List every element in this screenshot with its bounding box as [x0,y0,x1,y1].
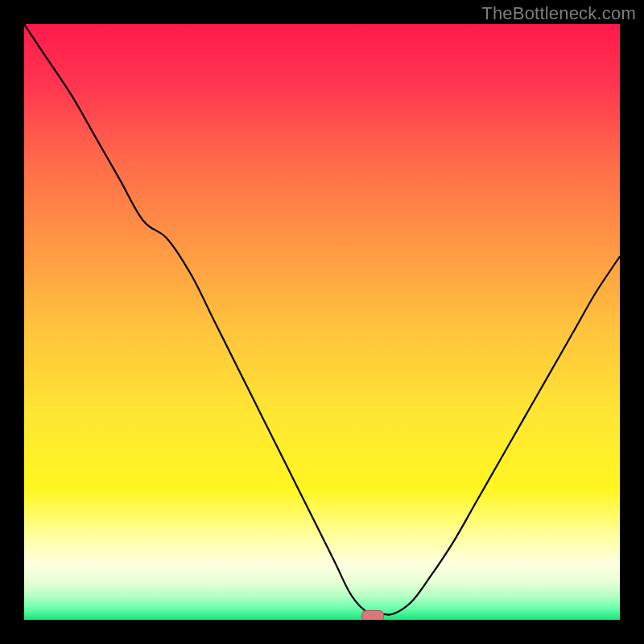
plot-area [24,24,620,620]
outer-frame: TheBottleneck.com [0,0,644,644]
curve-svg [24,24,620,620]
optimal-marker [361,610,384,620]
bottleneck-curve [24,24,620,615]
watermark-text: TheBottleneck.com [481,3,636,24]
